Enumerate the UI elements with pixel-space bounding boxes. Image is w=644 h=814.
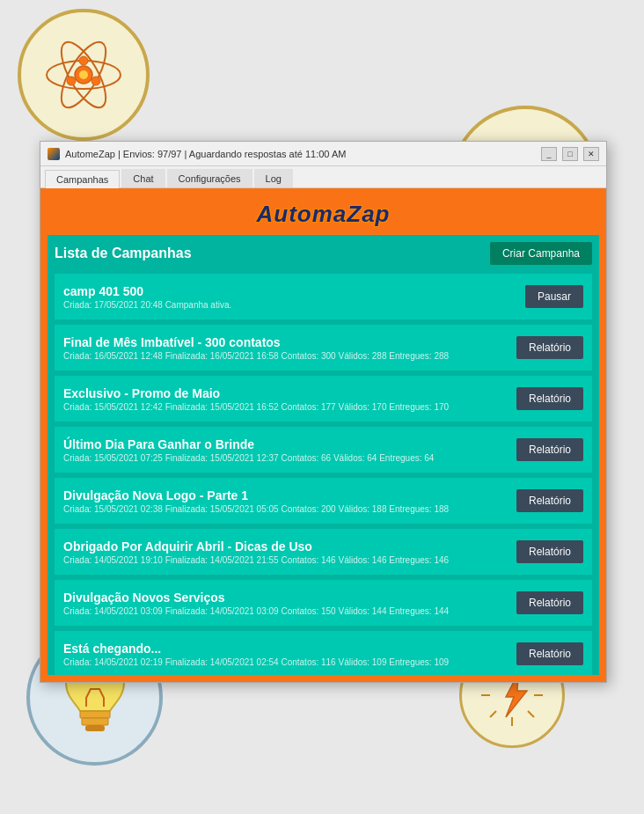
campaign-info-3: Último Dia Para Ganhar o BrindeCriada: 1… [63,437,508,463]
campaign-info-4: Divulgação Nova Logo - Parte 1Criada: 15… [63,488,508,514]
campaign-item-0: camp 401 500Criada: 17/05/2021 20:48 Cam… [55,274,592,319]
svg-point-5 [79,56,88,65]
tabs-bar: Campanhas Chat Configurações Log [40,166,606,188]
svg-line-22 [528,711,534,717]
campaign-name-7: Está chegando... [63,642,508,656]
app-logo: AutomaZap [40,195,606,235]
campaign-meta-3: Criada: 15/05/2021 07:25 Finalizada: 15/… [63,453,508,463]
campaign-action-button-6[interactable]: Relatório [516,591,583,614]
campaign-item-3: Último Dia Para Ganhar o BrindeCriada: 1… [55,427,592,473]
campaign-name-2: Exclusivo - Promo de Maio [63,386,508,400]
campaign-item-1: Final de Mês Imbatível - 300 contatosCri… [55,325,592,370]
campaign-meta-7: Criada: 14/05/2021 02:19 Finalizada: 14/… [63,657,508,667]
campaign-name-1: Final de Mês Imbatível - 300 contatos [63,335,508,349]
campaign-item-2: Exclusivo - Promo de MaioCriada: 15/05/2… [55,376,592,422]
campaign-action-button-3[interactable]: Relatório [516,438,583,461]
window-controls: _ □ ✕ [541,147,599,161]
campaign-item-7: Está chegando...Criada: 14/05/2021 02:19… [55,631,592,675]
campaign-action-button-5[interactable]: Relatório [516,540,583,563]
campaign-info-1: Final de Mês Imbatível - 300 contatosCri… [63,335,508,361]
campaign-info-6: Divulgação Novos ServiçosCriada: 14/05/2… [63,590,508,616]
svg-point-1 [79,70,88,79]
campaign-name-4: Divulgação Nova Logo - Parte 1 [63,488,508,502]
campaign-action-button-2[interactable]: Relatório [516,387,583,410]
campaign-meta-0: Criada: 17/05/2021 20:48 Campanha ativa. [63,300,516,310]
svg-rect-13 [80,711,110,718]
svg-point-6 [91,77,100,85]
list-header: Lista de Campanhas Criar Campanha [55,242,592,265]
campaign-info-5: Obrigado Por Adquirir Abril - Dicas de U… [63,539,508,565]
campaign-item-6: Divulgação Novos ServiçosCriada: 14/05/2… [55,580,592,626]
window-title: AutomeZap | Envios: 97/97 | Aguardando r… [65,149,541,159]
campaign-list: Lista de Campanhas Criar Campanha camp 4… [48,235,599,675]
campaign-meta-2: Criada: 15/05/2021 12:42 Finalizada: 15/… [63,402,508,412]
campaign-info-0: camp 401 500Criada: 17/05/2021 20:48 Cam… [63,284,516,310]
close-button[interactable]: ✕ [583,147,599,161]
campaign-name-6: Divulgação Novos Serviços [63,590,508,605]
svg-rect-14 [82,718,108,725]
tab-configuracoes[interactable]: Configurações [167,169,252,187]
campaign-action-button-4[interactable]: Relatório [516,489,583,512]
campaign-info-7: Está chegando...Criada: 14/05/2021 02:19… [63,642,508,667]
main-window: AutomeZap | Envios: 97/97 | Aguardando r… [40,141,607,683]
campaign-item-4: Divulgação Nova Logo - Parte 1Criada: 15… [55,478,592,524]
campaign-meta-1: Criada: 16/05/2021 12:48 Finalizada: 16/… [63,351,508,361]
list-title: Lista de Campanhas [55,246,192,261]
svg-line-24 [490,711,496,717]
svg-rect-15 [85,725,105,731]
campaign-name-0: camp 401 500 [63,284,516,298]
campaign-action-button-0[interactable]: Pausar [525,285,583,308]
create-campaign-button[interactable]: Criar Campanha [490,242,592,265]
maximize-button[interactable]: □ [562,147,578,161]
app-content: AutomaZap Lista de Campanhas Criar Campa… [40,188,606,682]
campaign-items-container: camp 401 500Criada: 17/05/2021 20:48 Cam… [55,274,592,675]
campaign-action-button-1[interactable]: Relatório [516,336,583,359]
tab-log[interactable]: Log [254,169,293,187]
campaign-name-3: Último Dia Para Ganhar o Brinde [63,437,508,451]
campaign-name-5: Obrigado Por Adquirir Abril - Dicas de U… [63,539,508,554]
campaign-item-5: Obrigado Por Adquirir Abril - Dicas de U… [55,529,592,575]
campaign-meta-4: Criada: 15/05/2021 02:38 Finalizada: 15/… [63,504,508,514]
tab-campanhas[interactable]: Campanhas [45,170,120,188]
svg-point-7 [67,77,76,85]
campaign-meta-6: Criada: 14/05/2021 03:09 Finalizada: 14/… [63,606,508,616]
app-icon [48,148,60,160]
atom-decoration [18,9,150,141]
campaign-action-button-7[interactable]: Relatório [516,642,583,665]
titlebar: AutomeZap | Envios: 97/97 | Aguardando r… [40,142,606,166]
minimize-button[interactable]: _ [541,147,557,161]
campaign-meta-5: Criada: 14/05/2021 19:10 Finalizada: 14/… [63,555,508,565]
tab-chat[interactable]: Chat [121,169,165,187]
campaign-info-2: Exclusivo - Promo de MaioCriada: 15/05/2… [63,386,508,412]
